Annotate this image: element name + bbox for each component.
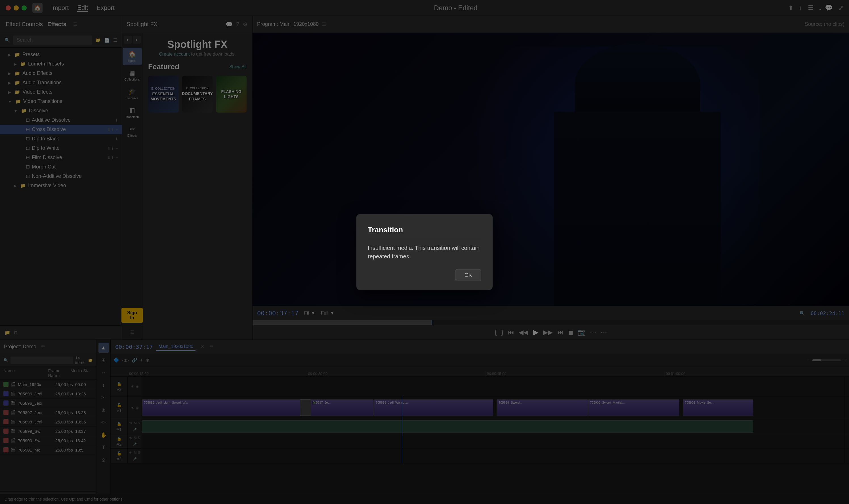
dialog-message: Insufficient media. This transition will… [368, 244, 481, 260]
transition-dialog: Transition Insufficient media. This tran… [356, 214, 493, 290]
dialog-ok-button[interactable]: OK [455, 269, 481, 281]
dialog-title: Transition [368, 226, 481, 239]
dialog-buttons: OK [368, 269, 481, 281]
dialog-overlay: Transition Insufficient media. This tran… [0, 0, 849, 504]
